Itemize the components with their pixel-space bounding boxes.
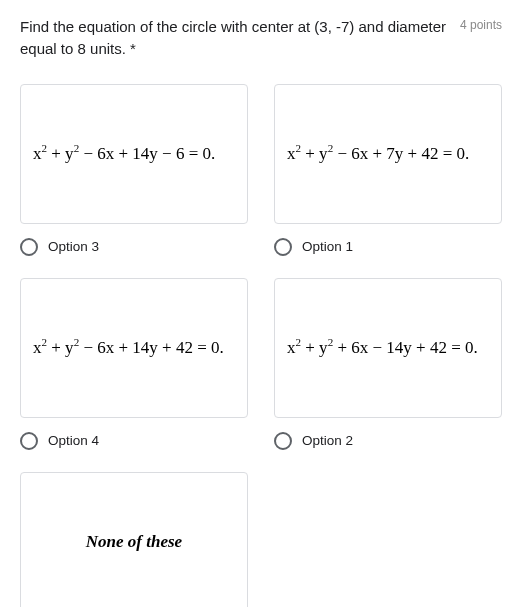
option-card-b: x2 + y2 − 6x + 7y + 42 = 0. (274, 84, 502, 224)
radio-icon (274, 238, 292, 256)
option-formula-c: x2 + y2 − 6x + 14y + 42 = 0. (33, 338, 224, 358)
option-radio-a[interactable]: Option 3 (20, 238, 248, 256)
question-text: Find the equation of the circle with cen… (20, 16, 448, 60)
option-card-a: x2 + y2 − 6x + 14y − 6 = 0. (20, 84, 248, 224)
option-radio-c[interactable]: Option 4 (20, 432, 248, 450)
option-label-d: Option 2 (302, 433, 353, 448)
option-card-e: None of these (20, 472, 248, 608)
option-label-c: Option 4 (48, 433, 99, 448)
question-points: 4 points (460, 16, 502, 32)
option-formula-e: None of these (33, 532, 235, 552)
radio-icon (20, 238, 38, 256)
option-formula-d: x2 + y2 + 6x − 14y + 42 = 0. (287, 338, 478, 358)
option-radio-d[interactable]: Option 2 (274, 432, 502, 450)
option-label-b: Option 1 (302, 239, 353, 254)
option-radio-b[interactable]: Option 1 (274, 238, 502, 256)
option-card-c: x2 + y2 − 6x + 14y + 42 = 0. (20, 278, 248, 418)
option-card-d: x2 + y2 + 6x − 14y + 42 = 0. (274, 278, 502, 418)
option-label-a: Option 3 (48, 239, 99, 254)
option-formula-a: x2 + y2 − 6x + 14y − 6 = 0. (33, 144, 215, 164)
radio-icon (274, 432, 292, 450)
question-header: Find the equation of the circle with cen… (20, 16, 502, 60)
radio-icon (20, 432, 38, 450)
options-grid: x2 + y2 − 6x + 14y − 6 = 0. Option 3 x2 … (20, 84, 502, 608)
option-formula-b: x2 + y2 − 6x + 7y + 42 = 0. (287, 144, 469, 164)
